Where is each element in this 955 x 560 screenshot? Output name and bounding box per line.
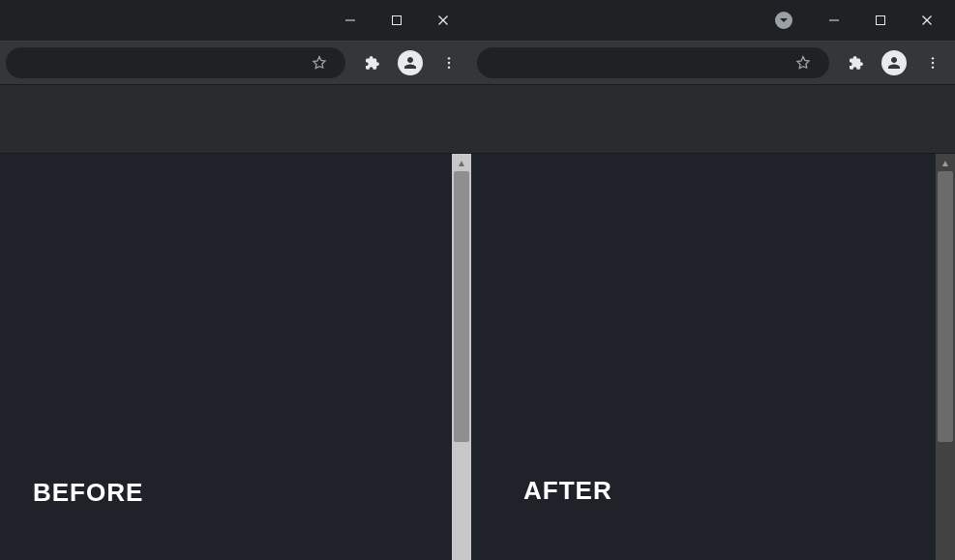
close-button[interactable] (421, 5, 465, 36)
scroll-up-left[interactable]: ▲ (452, 154, 471, 171)
profile-button-right[interactable] (878, 46, 910, 79)
titlebar-left (0, 0, 471, 41)
extensions-button-right[interactable] (839, 46, 872, 79)
dots-vertical-icon (925, 55, 940, 71)
content-area-right: AFTER ▲ (471, 154, 955, 560)
window-before: BEFORE ▲ (0, 0, 471, 560)
tab-search-button[interactable] (775, 12, 792, 29)
chevron-down-icon (779, 15, 789, 25)
scroll-track-left[interactable] (452, 171, 471, 560)
minimize-icon (828, 15, 840, 26)
toolbar-left (0, 41, 471, 85)
profile-avatar (398, 50, 423, 75)
maximize-button-right[interactable] (858, 5, 903, 36)
bookmark-bar-right (471, 85, 955, 154)
close-icon (437, 15, 449, 26)
account-icon (885, 54, 903, 72)
minimize-button[interactable] (328, 5, 373, 36)
scrollbar-left[interactable]: ▲ (452, 154, 471, 560)
content-area-left: BEFORE ▲ (0, 154, 471, 560)
minimize-button-right[interactable] (812, 5, 856, 36)
svg-rect-0 (345, 20, 355, 21)
window-after: AFTER ▲ (471, 0, 955, 560)
omnibox-right[interactable] (477, 47, 829, 78)
profile-button[interactable] (394, 46, 427, 79)
puzzle-icon (363, 54, 380, 72)
svg-point-6 (448, 66, 450, 68)
puzzle-icon (847, 54, 864, 72)
scroll-thumb-left[interactable] (454, 171, 469, 442)
scrollbar-right[interactable]: ▲ (936, 154, 955, 560)
svg-point-5 (448, 62, 450, 64)
comparison-canvas: BEFORE ▲ (0, 0, 955, 560)
menu-button-right[interactable] (916, 46, 949, 79)
close-icon (921, 15, 933, 26)
svg-rect-7 (829, 20, 839, 21)
star-icon (794, 54, 812, 72)
profile-avatar-right (881, 50, 907, 75)
titlebar-right (471, 0, 955, 41)
viewport-left: BEFORE (0, 154, 452, 560)
maximize-button[interactable] (374, 5, 419, 36)
svg-point-12 (932, 62, 934, 64)
svg-point-13 (932, 66, 934, 68)
svg-point-11 (932, 57, 934, 59)
bookmark-star-button[interactable] (303, 46, 336, 79)
svg-rect-1 (393, 16, 402, 25)
omnibox-left[interactable] (6, 47, 345, 78)
star-icon (311, 54, 328, 72)
bookmark-star-button-right[interactable] (787, 46, 820, 79)
close-button-right[interactable] (905, 5, 949, 36)
scroll-up-right[interactable]: ▲ (936, 154, 955, 171)
extensions-button[interactable] (355, 46, 388, 79)
account-icon (402, 54, 419, 72)
svg-point-4 (448, 57, 450, 59)
maximize-icon (875, 15, 886, 26)
label-after: AFTER (523, 476, 612, 506)
toolbar-right (471, 41, 955, 85)
scroll-track-right[interactable] (936, 171, 955, 560)
bookmark-bar-left (0, 85, 471, 154)
minimize-icon (344, 15, 356, 26)
menu-button[interactable] (433, 46, 465, 79)
label-before: BEFORE (33, 478, 143, 508)
svg-rect-8 (877, 16, 885, 25)
dots-vertical-icon (441, 55, 457, 71)
viewport-right: AFTER (471, 154, 936, 560)
maximize-icon (391, 15, 403, 26)
scroll-thumb-right[interactable] (938, 171, 953, 442)
